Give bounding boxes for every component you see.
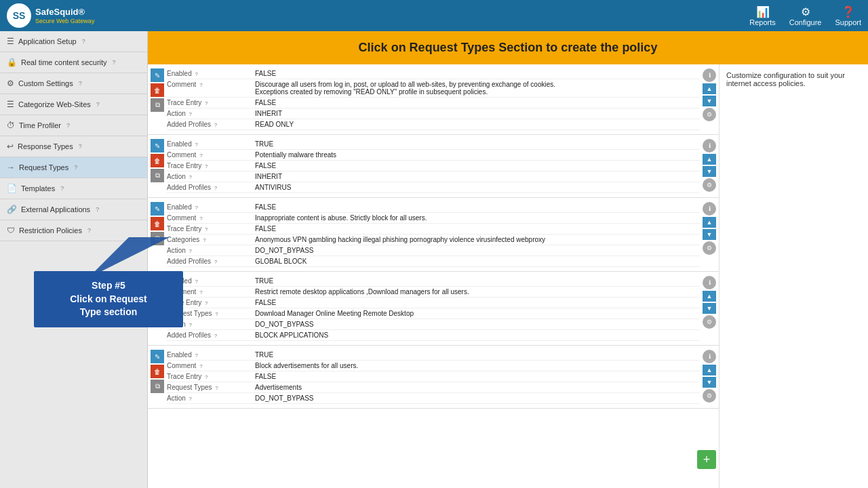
row-action-buttons: ✎ 🗑 ⧉ [151, 202, 164, 245]
edit-button[interactable]: ✎ [151, 350, 164, 363]
external-apps-icon: 🔗 [7, 205, 17, 214]
info-button[interactable]: ℹ [703, 139, 716, 152]
policy-row: ✎ 🗑 ⧉ Enabled ? TRUE Comment ? Restr [148, 272, 719, 346]
edit-button[interactable]: ✎ [151, 202, 164, 216]
delete-button[interactable]: 🗑 [151, 154, 164, 167]
logo-text: SafeSquid® Secure Web Gateway [35, 7, 94, 24]
row-action-buttons: ✎ 🗑 ⧉ [151, 276, 164, 319]
nav-support[interactable]: ❓ Support [835, 5, 861, 26]
right-panel: Customize configuration to suit your int… [719, 64, 868, 488]
info-button[interactable]: ℹ [703, 68, 716, 82]
field-enabled: Enabled ? TRUE [167, 350, 700, 361]
copy-button[interactable]: ⧉ [151, 306, 164, 319]
scroll-down-button[interactable]: ▼ [703, 229, 716, 240]
delete-button[interactable]: 🗑 [151, 365, 164, 378]
policy-row: ✎ 🗑 ⧉ Enabled ? FALSE Comment ? Inap [148, 198, 719, 272]
field-profiles: Added Profiles ? GLOBAL BLOCK [167, 256, 700, 267]
scroll-down-button[interactable]: ▼ [703, 96, 716, 106]
scroll-down-button[interactable]: ▼ [703, 166, 716, 177]
settings-button[interactable]: ⚙ [703, 315, 716, 329]
sidebar: ☰ Application Setup ? 🔒 Real time conten… [0, 31, 148, 488]
sidebar-item-application-setup[interactable]: ☰ Application Setup ? [0, 31, 147, 52]
edit-button[interactable]: ✎ [151, 139, 164, 152]
logo-area: SS SafeSquid® Secure Web Gateway [7, 3, 94, 28]
row-controls-right: ℹ ▲ ▼ ⚙ [703, 139, 716, 192]
main-layout: ☰ Application Setup ? 🔒 Real time conten… [0, 31, 868, 488]
add-policy-button[interactable]: + [697, 450, 716, 469]
scroll-up-button[interactable]: ▲ [703, 291, 716, 302]
banner: Click on Request Types Section to create… [148, 31, 868, 64]
field-comment: Comment ? Inappropriate content is abuse… [167, 213, 700, 224]
categorize-icon: ☰ [7, 100, 14, 109]
field-categories: Categories ? Anonymous VPN gambling hack… [167, 235, 700, 245]
field-request-types: Request Types ? Download Manager Online … [167, 308, 700, 319]
info-button[interactable]: ℹ [703, 202, 716, 216]
policy-row: ✎ 🗑 ⧉ Enabled ? TRUE Comment ? Block [148, 346, 719, 409]
delete-button[interactable]: 🗑 [151, 83, 164, 97]
field-trace: Trace Entry ? FALSE [167, 371, 700, 382]
delete-button[interactable]: 🗑 [151, 217, 164, 230]
nav-right: 📊 Reports ⚙ Configure ❓ Support [749, 5, 861, 26]
nav-configure[interactable]: ⚙ Configure [789, 5, 822, 26]
edit-button[interactable]: ✎ [151, 276, 164, 289]
field-profiles: Added Profiles ? ANTIVIRUS [167, 182, 700, 193]
settings-button[interactable]: ⚙ [703, 389, 716, 403]
sidebar-item-realtime-security[interactable]: 🔒 Real time content security ? [0, 52, 147, 73]
settings-button[interactable]: ⚙ [703, 178, 716, 192]
delete-button[interactable]: 🗑 [151, 291, 164, 304]
policy-row: ✎ 🗑 ⧉ Enabled ? TRUE Comment ? Poten [148, 135, 719, 198]
field-action: Action ? DO_NOT_BYPASS [167, 393, 700, 404]
field-action: Action ? INHERIT [167, 171, 700, 182]
sidebar-item-restriction-policies[interactable]: 🛡 Restriction Policies ? [0, 220, 147, 241]
info-button[interactable]: ℹ [703, 276, 716, 289]
field-trace: Trace Entry ? FALSE [167, 298, 700, 308]
time-profiler-icon: ⏱ [7, 121, 15, 130]
logo-icon: SS [7, 3, 31, 28]
row-action-buttons: ✎ 🗑 ⧉ [151, 350, 164, 393]
scroll-down-button[interactable]: ▼ [703, 377, 716, 388]
header: SS SafeSquid® Secure Web Gateway 📊 Repor… [0, 0, 868, 31]
edit-button[interactable]: ✎ [151, 68, 164, 82]
table-area: ✎ 🗑 ⧉ Enabled ? FALSE Comment ? Disc [148, 64, 719, 488]
configure-icon: ⚙ [789, 5, 822, 18]
row-action-buttons: ✎ 🗑 ⧉ [151, 139, 164, 182]
policy-fields: Enabled ? FALSE Comment ? Discourage all… [167, 68, 700, 130]
response-types-icon: ↩ [7, 142, 14, 151]
scroll-up-button[interactable]: ▲ [703, 365, 716, 375]
reports-icon: 📊 [749, 5, 776, 18]
sidebar-item-categorize-websties[interactable]: ☰ Categorize Web-Sites ? [0, 94, 147, 115]
row-action-buttons: ✎ 🗑 ⧉ [151, 68, 164, 112]
field-enabled: Enabled ? TRUE [167, 139, 700, 150]
scroll-down-button[interactable]: ▼ [703, 303, 716, 314]
center-and-right: ✎ 🗑 ⧉ Enabled ? FALSE Comment ? Disc [148, 64, 868, 488]
copy-button[interactable]: ⧉ [151, 169, 164, 182]
field-enabled: Enabled ? TRUE [167, 276, 700, 287]
scroll-up-button[interactable]: ▲ [703, 217, 716, 228]
copy-button[interactable]: ⧉ [151, 232, 164, 245]
field-trace: Trace Entry ? FALSE [167, 224, 700, 235]
content-wrap: Click on Request Types Section to create… [148, 31, 868, 488]
sidebar-item-custom-settings[interactable]: ⚙ Custom Settings ? [0, 73, 147, 94]
restriction-icon: 🛡 [7, 226, 15, 235]
sidebar-item-response-types[interactable]: ↩ Response Types ? [0, 136, 147, 157]
field-comment: Comment ? Potentially malware threats [167, 150, 700, 161]
settings-button[interactable]: ⚙ [703, 241, 716, 255]
custom-settings-icon: ⚙ [7, 79, 14, 88]
sidebar-item-request-types[interactable]: → Request Types ? [0, 157, 147, 178]
scroll-up-button[interactable]: ▲ [703, 154, 716, 165]
scroll-up-button[interactable]: ▲ [703, 83, 716, 94]
sidebar-item-time-profiler[interactable]: ⏱ Time Profiler ? [0, 115, 147, 136]
row-controls-right: ℹ ▲ ▼ ⚙ [703, 68, 716, 121]
policy-fields: Enabled ? TRUE Comment ? Restrict remote… [167, 276, 700, 341]
app-setup-icon: ☰ [7, 37, 14, 46]
sidebar-item-external-applications[interactable]: 🔗 External Applications ? [0, 199, 147, 220]
field-action: Action ? INHERIT [167, 108, 700, 119]
request-types-icon: → [7, 163, 15, 172]
info-button[interactable]: ℹ [703, 350, 716, 363]
sidebar-item-templates[interactable]: 📄 Templates ? [0, 178, 147, 199]
nav-reports[interactable]: 📊 Reports [749, 5, 776, 26]
policy-row: ✎ 🗑 ⧉ Enabled ? FALSE Comment ? Disc [148, 64, 719, 135]
copy-button[interactable]: ⧉ [151, 98, 164, 112]
settings-button[interactable]: ⚙ [703, 108, 716, 121]
copy-button[interactable]: ⧉ [151, 380, 164, 393]
